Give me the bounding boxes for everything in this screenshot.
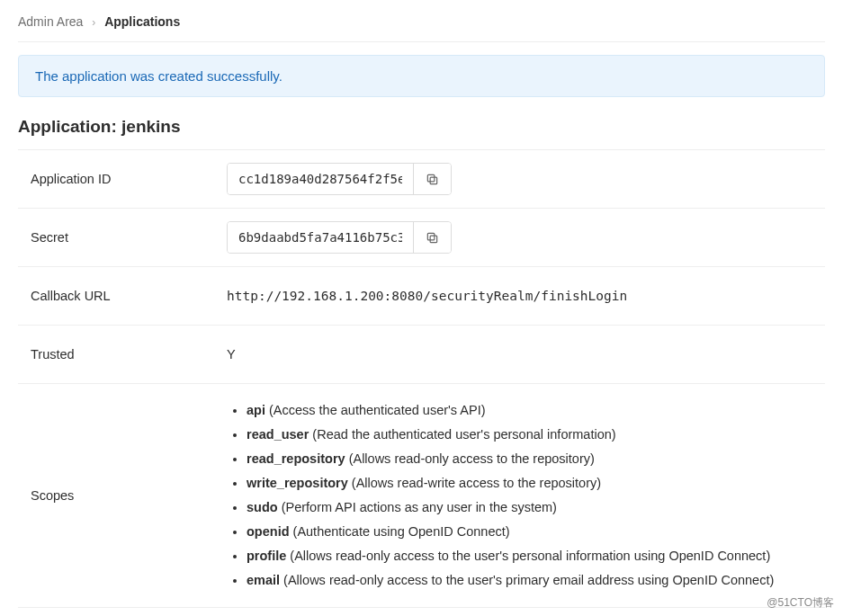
row-secret: Secret <box>18 209 825 267</box>
label-trusted: Trusted <box>18 326 227 383</box>
scope-item: sudo (Perform API actions as any user in… <box>247 495 825 520</box>
success-alert: The application was created successfully… <box>18 55 825 97</box>
application-id-group <box>227 163 452 195</box>
scopes-list: api (Access the authenticated user's API… <box>227 398 825 593</box>
svg-rect-2 <box>430 236 437 243</box>
label-application-id: Application ID <box>18 150 227 208</box>
scope-name: api <box>247 403 265 417</box>
copy-application-id-button[interactable] <box>413 164 451 194</box>
label-scopes: Scopes <box>18 467 227 524</box>
breadcrumb-admin-area[interactable]: Admin Area <box>18 14 83 29</box>
copy-icon <box>426 231 439 245</box>
scope-name: sudo <box>247 500 278 514</box>
scope-name: read_repository <box>247 451 345 466</box>
row-application-id: Application ID <box>18 149 825 209</box>
label-secret: Secret <box>18 209 227 266</box>
scope-desc: (Allows read-only access to the reposito… <box>345 451 595 466</box>
scope-item: write_repository (Allows read-write acce… <box>247 471 825 495</box>
divider <box>18 41 825 42</box>
scope-name: email <box>247 573 280 587</box>
scope-desc: (Allows read-only access to the user's p… <box>286 549 770 563</box>
scope-name: profile <box>247 549 286 563</box>
callback-url-value: http://192.168.1.200:8080/securityRealm/… <box>227 278 825 314</box>
chevron-right-icon: › <box>92 16 95 29</box>
scope-item: email (Allows read-only access to the us… <box>247 568 825 593</box>
secret-input[interactable] <box>228 222 413 253</box>
row-callback-url: Callback URL http://192.168.1.200:8080/s… <box>18 267 825 326</box>
scope-name: write_repository <box>247 476 348 490</box>
page-title: Application: jenkins <box>18 117 825 137</box>
secret-group <box>227 221 452 254</box>
application-id-input[interactable] <box>228 164 413 194</box>
trusted-value: Y <box>227 336 825 372</box>
scope-desc: (Allows read-only access to the user's p… <box>280 573 774 587</box>
scope-desc: (Read the authenticated user's personal … <box>309 427 615 442</box>
scope-item: profile (Allows read-only access to the … <box>247 544 825 568</box>
copy-secret-button[interactable] <box>413 222 451 253</box>
svg-rect-0 <box>430 177 437 184</box>
scope-item: openid (Authenticate using OpenID Connec… <box>247 520 825 544</box>
breadcrumb: Admin Area › Applications <box>18 9 825 41</box>
alert-message: The application was created successfully… <box>35 68 282 84</box>
breadcrumb-current: Applications <box>104 14 180 29</box>
scope-item: api (Access the authenticated user's API… <box>247 398 825 423</box>
row-trusted: Trusted Y <box>18 326 825 384</box>
scope-desc: (Perform API actions as any user in the … <box>278 500 557 514</box>
scope-desc: (Access the authenticated user's API) <box>265 403 486 417</box>
scope-name: read_user <box>247 427 309 442</box>
watermark: @51CTO博客 <box>767 595 834 611</box>
svg-rect-3 <box>427 233 435 240</box>
svg-rect-1 <box>427 174 435 182</box>
scope-desc: (Authenticate using OpenID Connect) <box>290 524 510 539</box>
scope-name: openid <box>247 524 290 539</box>
row-scopes: Scopes api (Access the authenticated use… <box>18 384 825 608</box>
label-callback-url: Callback URL <box>18 267 227 325</box>
actions: Edit Destroy <box>18 608 825 616</box>
scope-item: read_user (Read the authenticated user's… <box>247 423 825 447</box>
scope-desc: (Allows read-write access to the reposit… <box>348 476 601 490</box>
copy-icon <box>426 173 439 186</box>
scope-item: read_repository (Allows read-only access… <box>247 447 825 471</box>
